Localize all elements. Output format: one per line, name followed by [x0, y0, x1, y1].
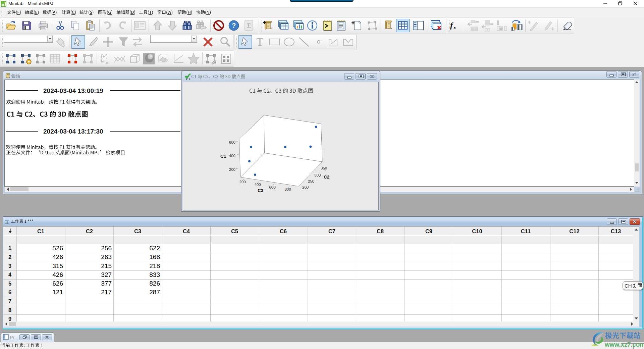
svg-text:{w}: {w}: [100, 54, 108, 59]
svg-text:x: x: [453, 25, 456, 30]
svg-text:T: T: [257, 36, 264, 48]
svg-text:Σ: Σ: [247, 22, 251, 30]
svg-text:f: f: [450, 21, 453, 30]
svg-text:?: ?: [232, 22, 236, 29]
svg-text:y: y: [106, 60, 108, 65]
